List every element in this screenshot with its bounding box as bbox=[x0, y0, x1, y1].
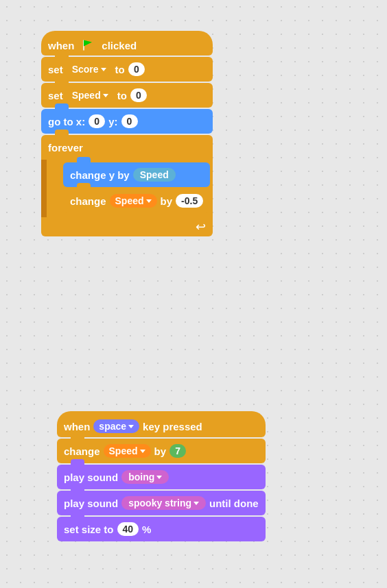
dropdown-arrow-3 bbox=[146, 199, 152, 203]
to-label-1: to bbox=[115, 64, 125, 75]
set-label-2: set bbox=[48, 90, 63, 101]
change-y-label: change y by bbox=[70, 169, 130, 181]
boing-arrow bbox=[156, 476, 162, 479]
clicked-label: clicked bbox=[102, 40, 137, 51]
change-label-1: change bbox=[70, 195, 106, 207]
spooky-arrow bbox=[194, 502, 199, 505]
y-label: y: bbox=[108, 116, 117, 127]
by-label-1: by bbox=[161, 195, 173, 207]
change-speed2-block[interactable]: change Speed by 7 bbox=[57, 439, 266, 463]
when-key-pressed-block[interactable]: when space key pressed bbox=[57, 411, 266, 437]
when-label-2: when bbox=[64, 421, 90, 432]
play-sound-label-2: play sound bbox=[64, 498, 118, 509]
key-dropdown-arrow bbox=[128, 425, 134, 428]
when-label: when bbox=[48, 40, 74, 51]
by-label-2: by bbox=[154, 445, 167, 457]
percent-label: % bbox=[142, 524, 151, 535]
dropdown-arrow-4 bbox=[140, 450, 145, 453]
boing-dropdown[interactable]: boing bbox=[121, 470, 169, 484]
change-speed-value[interactable]: -0.5 bbox=[176, 194, 203, 208]
speed-value[interactable]: 0 bbox=[130, 88, 147, 102]
dropdown-arrow-2 bbox=[103, 94, 108, 97]
set-size-label: set size to bbox=[64, 524, 114, 535]
speed-variable-1: Speed bbox=[133, 168, 176, 182]
forever-body: change y by Speed change Speed by -0.5 bbox=[41, 160, 213, 217]
forever-block: forever change y by Speed change Speed b… bbox=[41, 135, 213, 236]
key-dropdown[interactable]: space bbox=[93, 419, 139, 433]
set-label-1: set bbox=[48, 64, 63, 75]
script-group-1: when clicked set Score to 0 set Speed to… bbox=[41, 31, 213, 238]
x-value[interactable]: 0 bbox=[89, 114, 105, 128]
flag-icon bbox=[80, 39, 95, 51]
change-label-2: change bbox=[64, 445, 100, 457]
change-speed-block[interactable]: change Speed by -0.5 bbox=[63, 188, 210, 213]
script-group-2: when space key pressed change Speed by 7… bbox=[57, 411, 266, 543]
play-sound-boing-block[interactable]: play sound boing bbox=[57, 465, 266, 489]
play-sound-label-1: play sound bbox=[64, 471, 118, 483]
spooky-dropdown[interactable]: spooky string bbox=[121, 496, 206, 510]
until-done-label: until done bbox=[209, 498, 259, 509]
y-value[interactable]: 0 bbox=[121, 114, 138, 128]
forever-label: forever bbox=[48, 142, 83, 154]
speed-dropdown-1[interactable]: Speed bbox=[67, 88, 114, 102]
forever-header[interactable]: forever bbox=[41, 135, 213, 160]
change-speed2-value[interactable]: 7 bbox=[169, 444, 186, 458]
score-dropdown[interactable]: Score bbox=[67, 62, 112, 76]
forever-footer: ↩ bbox=[41, 217, 213, 236]
speed-dropdown-2[interactable]: Speed bbox=[110, 194, 157, 208]
score-value[interactable]: 0 bbox=[128, 62, 145, 76]
svg-marker-1 bbox=[84, 40, 92, 47]
footer-arrow: ↩ bbox=[196, 219, 206, 234]
dropdown-arrow bbox=[101, 68, 106, 71]
to-label-2: to bbox=[117, 90, 127, 101]
set-size-block[interactable]: set size to 40 % bbox=[57, 517, 266, 541]
key-pressed-label: key pressed bbox=[143, 421, 202, 432]
go-to-label: go to x: bbox=[48, 116, 85, 127]
speed-dropdown-3[interactable]: Speed bbox=[104, 444, 151, 458]
size-value[interactable]: 40 bbox=[117, 522, 139, 536]
play-sound-spooky-block[interactable]: play sound spooky string until done bbox=[57, 491, 266, 515]
